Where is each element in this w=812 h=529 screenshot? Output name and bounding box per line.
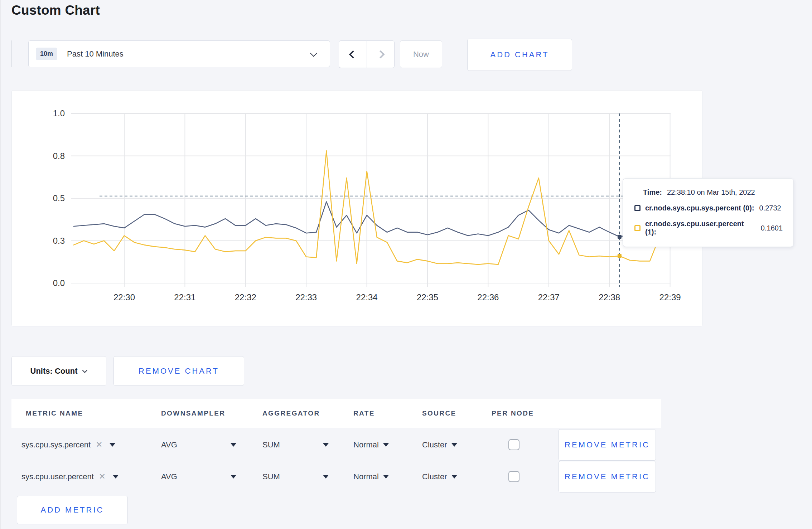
aggregator-select[interactable]: SUM [262,440,353,450]
svg-text:0.8: 0.8 [53,151,65,161]
downsampler-value: AVG [161,472,177,481]
downsampler-value: AVG [161,440,177,450]
rate-value: Normal [353,472,379,481]
downsampler-select[interactable]: AVG [161,472,262,481]
col-header-source: SOURCE [422,409,492,417]
page-title: Custom Chart [11,3,100,18]
chevron-down-icon [82,368,87,373]
per-node-cell [492,439,559,450]
metrics-table-body: sys.cpu.sys.percent ✕ AVG SUM Normal Clu… [11,429,661,492]
source-value: Cluster [422,440,447,450]
chart-tooltip: Time: 22:38:10 on Mar 15th, 2022 cr.node… [623,178,794,247]
aggregator-value: SUM [262,472,280,481]
tooltip-series-name: cr.node.sys.cpu.sys.percent (0): [645,204,754,212]
caret-down-icon [323,475,329,479]
rate-select[interactable]: Normal [353,472,422,481]
units-select[interactable]: Units: Count [11,356,106,386]
add-metric-button[interactable]: ADD METRIC [17,496,128,524]
source-select[interactable]: Cluster [422,472,492,481]
remove-chart-button[interactable]: REMOVE CHART [113,356,244,386]
source-value: Cluster [422,472,447,481]
time-nav-group [339,40,395,68]
svg-text:1.0: 1.0 [53,108,65,118]
col-header-rate: RATE [353,409,422,417]
source-select[interactable]: Cluster [422,440,492,450]
chevron-right-icon [377,50,385,58]
page: { "page": { "title": "Custom Chart" }, "… [0,0,812,529]
chart-plot[interactable]: 0.00.30.50.81.022:3022:3122:3222:3322:34… [12,91,702,326]
series-swatch-icon [634,205,641,211]
tooltip-series-row: cr.node.sys.cpu.sys.percent (0): 0.2732 [634,204,783,212]
svg-text:22:33: 22:33 [295,292,317,302]
chevron-left-icon [349,50,357,58]
caret-down-icon [231,475,236,479]
series-swatch-icon [634,225,641,231]
svg-text:22:38: 22:38 [599,292,620,302]
time-range-badge: 10m [36,48,57,60]
caret-down-icon [231,443,236,447]
rate-value: Normal [353,440,379,450]
col-header-downsampler: DOWNSAMPLER [161,409,262,417]
per-node-checkbox[interactable] [508,471,519,482]
svg-text:22:35: 22:35 [417,292,438,302]
remove-metric-button[interactable]: REMOVE METRIC [559,429,656,461]
svg-text:0.3: 0.3 [53,236,65,246]
caret-down-icon [383,475,389,479]
col-header-aggregator: AGGREGATOR [262,409,353,417]
aggregator-value: SUM [262,440,280,450]
toolbar-separator [11,40,12,67]
tooltip-time-label: Time: [643,188,662,196]
svg-text:22:30: 22:30 [113,292,135,302]
tooltip-time-row: Time: 22:38:10 on Mar 15th, 2022 [634,188,783,196]
caret-down-icon [383,443,389,447]
metric-name-select[interactable]: sys.cpu.user.percent ✕ [11,472,161,481]
metric-name-select[interactable]: sys.cpu.sys.percent ✕ [11,440,161,450]
svg-text:22:32: 22:32 [235,292,256,302]
svg-text:22:36: 22:36 [477,292,499,302]
caret-down-icon [451,475,457,479]
time-range-select[interactable]: 10m Past 10 Minutes [28,40,330,67]
caret-down-icon [323,443,329,447]
actions-cell: REMOVE METRIC [559,429,661,461]
svg-text:22:34: 22:34 [356,292,378,302]
per-node-cell [492,471,559,482]
remove-metric-button[interactable]: REMOVE METRIC [559,461,656,492]
metric-row: sys.cpu.user.percent ✕ AVG SUM Normal Cl… [11,461,661,492]
col-header-per-node: PER NODE [492,409,559,417]
caret-down-icon [113,475,119,479]
svg-text:0.0: 0.0 [53,278,65,288]
svg-text:22:37: 22:37 [538,292,560,302]
svg-text:22:39: 22:39 [659,292,681,302]
clear-metric-icon[interactable]: ✕ [99,472,106,481]
tooltip-series-name: cr.node.sys.cpu.user.percent (1): [645,220,756,236]
downsampler-select[interactable]: AVG [161,440,262,450]
chart-card: 0.00.30.50.81.022:3022:3122:3222:3322:34… [11,90,702,326]
tooltip-series-value: 0.2732 [759,204,781,212]
metric-name-value: sys.cpu.sys.percent [21,440,91,450]
now-button[interactable]: Now [400,40,442,68]
tooltip-series-row: cr.node.sys.cpu.user.percent (1): 0.1601 [634,220,783,236]
aggregator-select[interactable]: SUM [262,472,353,481]
rate-select[interactable]: Normal [353,440,422,450]
tooltip-time-value: 22:38:10 on Mar 15th, 2022 [667,188,755,196]
actions-cell: REMOVE METRIC [559,461,661,492]
time-range-label: Past 10 Minutes [67,49,312,59]
metric-row: sys.cpu.sys.percent ✕ AVG SUM Normal Clu… [11,429,661,461]
metric-name-value: sys.cpu.user.percent [21,472,94,481]
units-label: Units: Count [30,367,78,376]
svg-text:0.5: 0.5 [53,193,65,203]
col-header-metric-name: METRIC NAME [11,409,161,417]
tooltip-series-value: 0.1601 [761,224,783,232]
per-node-checkbox[interactable] [508,439,519,450]
time-back-button[interactable] [339,40,367,68]
clear-metric-icon[interactable]: ✕ [96,440,102,450]
metrics-table-header: METRIC NAME DOWNSAMPLER AGGREGATOR RATE … [11,399,661,428]
svg-text:22:31: 22:31 [174,292,195,302]
time-forward-button[interactable] [367,40,395,68]
caret-down-icon [451,443,457,447]
caret-down-icon [110,443,115,447]
add-chart-button[interactable]: ADD CHART [467,39,572,71]
